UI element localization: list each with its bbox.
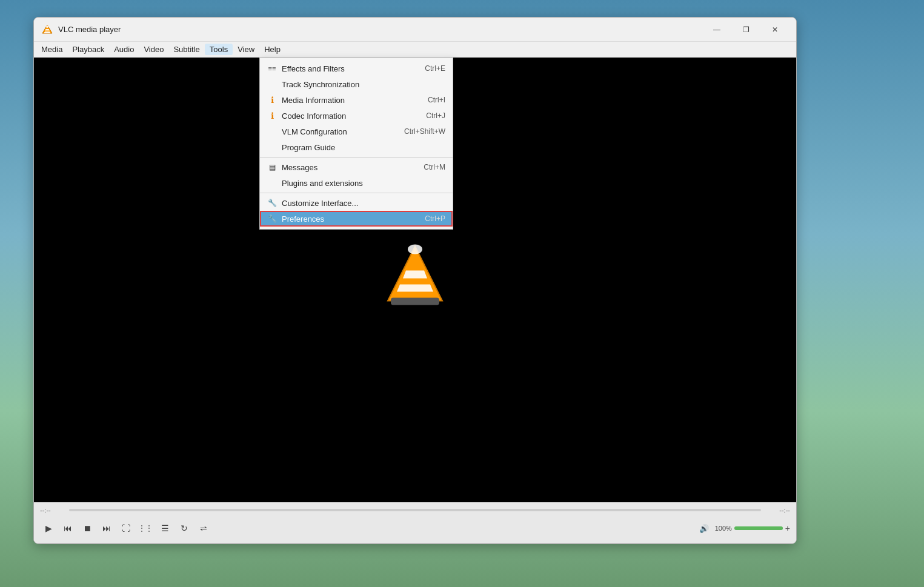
svg-rect-3 xyxy=(44,32,50,33)
effects-label: Effects and Filters xyxy=(282,64,420,73)
menubar: Media Playback Audio Video Subtitle Tool… xyxy=(34,42,796,58)
window-title: VLC media player xyxy=(58,25,703,34)
effects-shortcut: Ctrl+E xyxy=(425,64,445,73)
volume-percent: 100% xyxy=(715,525,732,532)
vlm-shortcut: Ctrl+Shift+W xyxy=(404,127,445,136)
program-guide-label: Program Guide xyxy=(282,143,440,152)
codec-info-icon: ℹ xyxy=(267,111,277,121)
seek-bar[interactable] xyxy=(69,509,761,511)
loop-button[interactable]: ↻ xyxy=(176,520,193,537)
media-info-icon: ℹ xyxy=(267,95,277,105)
playlist-button[interactable]: ☰ xyxy=(156,520,173,537)
time-total: --:-- xyxy=(766,506,790,514)
menu-audio[interactable]: Audio xyxy=(109,44,139,55)
track-sync-icon xyxy=(267,79,277,89)
time-elapsed: --:-- xyxy=(40,506,64,514)
tools-dropdown: ≡≡ Effects and Filters Ctrl+E Track Sync… xyxy=(259,58,453,230)
menu-item-codec-info[interactable]: ℹ Codec Information Ctrl+J xyxy=(260,108,453,124)
customize-icon: 🔧 xyxy=(267,198,277,208)
controls-buttons: ▶ ⏮ ⏹ ⏭ ⛶ ⋮⋮ ☰ ↻ ⇌ 🔊 100% + xyxy=(40,517,790,539)
desktop: VLC media player — ❐ ✕ Media Playback Au… xyxy=(0,0,924,587)
volume-bar[interactable] xyxy=(734,526,783,530)
volume-icon: 🔊 xyxy=(696,520,713,537)
menu-subtitle[interactable]: Subtitle xyxy=(168,44,204,55)
vlm-label: VLM Configuration xyxy=(282,127,399,136)
menu-item-media-info[interactable]: ℹ Media Information Ctrl+I xyxy=(260,92,453,108)
stop-button[interactable]: ⏹ xyxy=(79,520,96,537)
menu-help[interactable]: Help xyxy=(259,44,285,55)
menu-item-customize[interactable]: 🔧 Customize Interface... xyxy=(260,195,453,211)
separator-1 xyxy=(260,157,453,158)
codec-info-shortcut: Ctrl+J xyxy=(426,111,445,120)
menu-view[interactable]: View xyxy=(233,44,259,55)
svg-marker-6 xyxy=(403,271,427,279)
svg-rect-1 xyxy=(45,29,49,30)
preferences-label: Preferences xyxy=(282,214,420,224)
titlebar: VLC media player — ❐ ✕ xyxy=(34,18,796,42)
media-info-label: Media Information xyxy=(282,96,423,105)
fullscreen-button[interactable]: ⛶ xyxy=(118,520,135,537)
vlc-logo xyxy=(385,244,445,310)
prev-button[interactable]: ⏮ xyxy=(59,520,76,537)
vlc-window: VLC media player — ❐ ✕ Media Playback Au… xyxy=(33,17,797,544)
progress-area: --:-- --:-- xyxy=(40,503,790,517)
customize-label: Customize Interface... xyxy=(282,199,440,208)
preferences-shortcut: Ctrl+P xyxy=(425,214,445,223)
media-info-shortcut: Ctrl+I xyxy=(428,96,445,104)
controls-bar: --:-- --:-- ▶ ⏮ ⏹ ⏭ ⛶ ⋮⋮ ☰ ↻ ⇌ 🔊 100% xyxy=(34,502,796,543)
menu-video[interactable]: Video xyxy=(139,44,168,55)
plugins-icon xyxy=(267,178,277,188)
maximize-button[interactable]: ❐ xyxy=(732,20,760,39)
svg-marker-7 xyxy=(397,285,433,292)
window-controls: — ❐ ✕ xyxy=(703,20,789,39)
messages-shortcut: Ctrl+M xyxy=(424,163,445,171)
close-button[interactable]: ✕ xyxy=(761,20,789,39)
svg-point-9 xyxy=(408,245,422,254)
svg-point-4 xyxy=(46,25,48,28)
volume-fill xyxy=(734,526,783,530)
app-icon xyxy=(41,24,53,36)
shuffle-button[interactable]: ⇌ xyxy=(195,520,212,537)
menu-item-effects-filters[interactable]: ≡≡ Effects and Filters Ctrl+E xyxy=(260,61,453,76)
svg-rect-2 xyxy=(45,30,50,32)
play-button[interactable]: ▶ xyxy=(40,520,57,537)
messages-icon: ▤ xyxy=(267,162,277,172)
volume-area: 🔊 100% + xyxy=(696,520,790,537)
menu-item-vlm-config[interactable]: VLM Configuration Ctrl+Shift+W xyxy=(260,124,453,139)
menu-item-program-guide[interactable]: Program Guide xyxy=(260,139,453,155)
plugins-label: Plugins and extensions xyxy=(282,179,440,188)
menu-playback[interactable]: Playback xyxy=(67,44,109,55)
messages-label: Messages xyxy=(282,163,419,172)
program-guide-icon xyxy=(267,142,277,152)
menu-item-plugins[interactable]: Plugins and extensions xyxy=(260,175,453,191)
menu-item-track-sync[interactable]: Track Synchronization xyxy=(260,76,453,92)
extended-settings-button[interactable]: ⋮⋮ xyxy=(137,520,154,537)
menu-media[interactable]: Media xyxy=(36,44,67,55)
menu-tools[interactable]: Tools xyxy=(205,44,233,55)
vlm-icon xyxy=(267,127,277,136)
effects-icon: ≡≡ xyxy=(267,64,277,73)
svg-rect-8 xyxy=(391,298,439,305)
volume-plus-button[interactable]: + xyxy=(785,523,790,533)
minimize-button[interactable]: — xyxy=(703,20,731,39)
menu-item-messages[interactable]: ▤ Messages Ctrl+M xyxy=(260,159,453,175)
preferences-icon: 🔧 xyxy=(267,214,277,224)
track-sync-label: Track Synchronization xyxy=(282,80,440,89)
next-button[interactable]: ⏭ xyxy=(98,520,115,537)
separator-2 xyxy=(260,193,453,193)
codec-info-label: Codec Information xyxy=(282,111,421,121)
menu-item-preferences[interactable]: 🔧 Preferences Ctrl+P xyxy=(260,211,453,227)
